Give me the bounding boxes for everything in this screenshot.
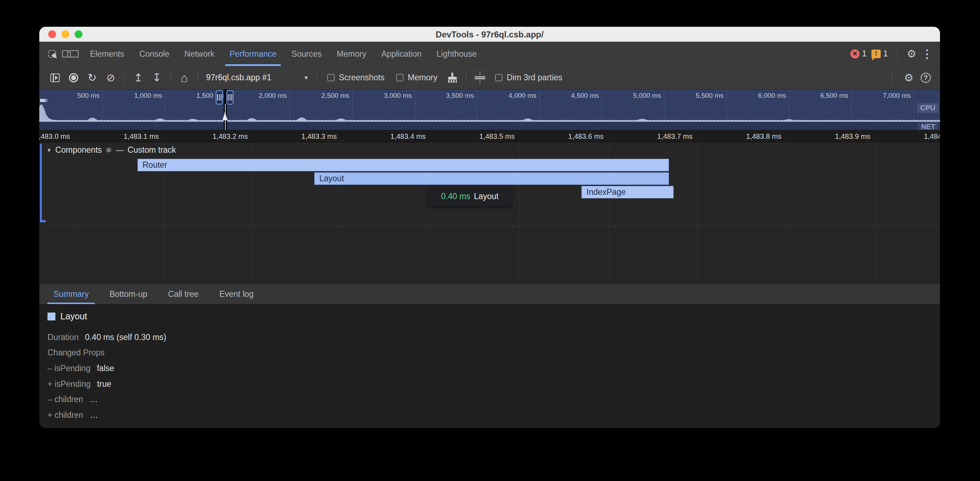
window-title: DevTools - 97r6ql.csb.app/ xyxy=(39,27,940,42)
titlebar: DevTools - 97r6ql.csb.app/ xyxy=(39,27,940,42)
checkbox-icon xyxy=(495,74,503,81)
summary-row: Changed Props xyxy=(48,348,111,357)
collapse-sections-icon[interactable]: ↓ ↑ xyxy=(471,69,489,86)
ruler-tick: 1,483.3 ms xyxy=(266,130,337,142)
home-icon[interactable]: ⌂ xyxy=(175,69,194,86)
clear-icon[interactable]: ⊘ xyxy=(102,69,120,86)
tab-console[interactable]: Console xyxy=(132,42,177,66)
divider xyxy=(124,72,125,84)
ruler-tick: 1,483.2 ms xyxy=(177,130,248,142)
ruler-tick: 1,483.7 ms xyxy=(621,130,692,142)
help-icon[interactable]: ? xyxy=(921,73,931,83)
ruler-tick: 1,483.5 ms xyxy=(443,130,515,142)
tab-network[interactable]: Network xyxy=(177,42,222,66)
divider xyxy=(170,72,171,84)
devtools-tabbar: Elements Console Network Performance Sou… xyxy=(39,42,940,66)
flame-bar-layout[interactable]: Layout xyxy=(314,172,669,185)
tab-application[interactable]: Application xyxy=(374,42,429,66)
track-title: Components xyxy=(56,145,102,155)
download-profile-icon[interactable]: ↧ xyxy=(148,69,166,86)
capture-settings-gear-icon[interactable]: ⚙ xyxy=(904,71,913,84)
tab-memory[interactable]: Memory xyxy=(329,42,374,66)
divider xyxy=(198,72,198,84)
zoom-window-left-grip[interactable] xyxy=(216,90,223,105)
track-bottom-divider xyxy=(39,226,940,226)
tab-lighthouse[interactable]: Lighthouse xyxy=(429,42,484,66)
tooltip-duration: 0.40 ms xyxy=(441,192,470,201)
selected-track-indicator xyxy=(40,144,42,222)
target-dropdown[interactable]: 97r6ql.csb.app #1 ▼ xyxy=(206,73,309,83)
flamechart-time-ruler[interactable]: 1,483.0 ms 1,483.1 ms 1,483.2 ms 1,483.3… xyxy=(39,130,940,142)
performance-toolbar: ↻ ⊘ ↥ ↧ ⌂ 97r6ql.csb.app #1 ▼ Screenshot… xyxy=(39,66,940,90)
memory-checkbox[interactable]: Memory xyxy=(396,73,438,83)
summary-row: + isPending true xyxy=(48,379,111,389)
chevron-down-icon: ▼ xyxy=(46,147,52,153)
record-and-reload-icon[interactable]: ↻ xyxy=(83,69,102,86)
collect-garbage-icon[interactable] xyxy=(443,69,462,86)
divider xyxy=(317,72,317,84)
flame-bar-router[interactable]: Router xyxy=(137,159,669,171)
zoom-window-right-grip[interactable] xyxy=(226,90,234,105)
tab-summary[interactable]: Summary xyxy=(54,284,89,304)
summary-event-title: Layout xyxy=(60,311,87,322)
device-toolbar-icon[interactable] xyxy=(59,47,73,61)
summary-row: – children … xyxy=(48,395,98,404)
details-tabbar: Summary Bottom-up Call tree Event log xyxy=(39,284,940,304)
ruler-tick: 1,483.8 ms xyxy=(710,130,781,142)
summary-row: Duration 0.40 ms (self 0.30 ms) xyxy=(48,333,166,342)
cpu-track-label: CPU xyxy=(917,103,939,113)
flame-bar-indexpage[interactable]: IndexPage xyxy=(581,186,674,198)
selection-center-line xyxy=(225,104,226,130)
ruler-tick: 1,483.4 ms xyxy=(354,130,426,142)
record-button[interactable] xyxy=(64,69,83,86)
tab-sources[interactable]: Sources xyxy=(284,42,329,66)
divider xyxy=(897,48,897,60)
react-atom-icon: ⚛ xyxy=(105,146,112,154)
issues-badge[interactable]: ! 1 xyxy=(872,49,888,59)
kebab-menu-icon[interactable]: ⋮ xyxy=(921,47,933,61)
summary-panel: Layout Duration 0.40 ms (self 0.30 ms) C… xyxy=(39,304,940,428)
network-overview-strip xyxy=(39,122,940,130)
devtools-window: DevTools - 97r6ql.csb.app/ Elements Cons… xyxy=(39,27,940,428)
net-track-label: NET xyxy=(918,122,939,130)
ruler-tick: 1,483.9 ms xyxy=(799,130,870,142)
track-dash: — xyxy=(116,145,124,155)
upload-profile-icon[interactable]: ↥ xyxy=(129,69,148,86)
settings-gear-icon[interactable]: ⚙ xyxy=(907,48,916,60)
divider xyxy=(892,72,892,84)
cpu-baseline xyxy=(39,120,940,121)
ruler-tick: 1,483.6 ms xyxy=(532,130,604,142)
track-subtitle: Custom track xyxy=(127,145,176,155)
issues-icon: ! xyxy=(872,49,881,58)
event-color-swatch xyxy=(48,313,56,321)
inspect-element-icon[interactable] xyxy=(45,47,59,61)
dim-3rd-parties-checkbox[interactable]: Dim 3rd parties xyxy=(495,73,563,83)
error-icon: ✕ xyxy=(850,49,860,59)
checkbox-icon xyxy=(327,74,335,81)
ruler-tick: 1,483.0 ms xyxy=(39,130,70,142)
ruler-tick: 1,484.0 ms xyxy=(888,130,940,142)
screenshots-checkbox[interactable]: Screenshots xyxy=(327,73,385,83)
custom-track-header[interactable]: ▼ Components ⚛ — Custom track xyxy=(46,145,176,155)
tab-elements[interactable]: Elements xyxy=(83,42,132,66)
summary-row: – isPending false xyxy=(48,364,114,373)
timeline-overview[interactable]: 500 ms 1,000 ms 1,500 ms 2,000 ms 2,500 … xyxy=(39,90,940,130)
toggle-sidebar-icon[interactable] xyxy=(46,69,64,86)
tooltip-label: Layout xyxy=(474,192,499,201)
tab-event-log[interactable]: Event log xyxy=(219,284,254,304)
tab-performance[interactable]: Performance xyxy=(222,42,284,66)
chevron-down-icon: ▼ xyxy=(304,75,309,81)
checkbox-icon xyxy=(396,74,404,81)
summary-row: + children … xyxy=(48,410,98,420)
ruler-tick: 1,483.1 ms xyxy=(88,130,159,142)
cpu-activity-chart xyxy=(39,90,940,122)
tab-bottom-up[interactable]: Bottom-up xyxy=(109,284,147,304)
target-dropdown-value: 97r6ql.csb.app #1 xyxy=(206,73,271,83)
console-errors-badge[interactable]: ✕ 1 xyxy=(850,49,867,59)
flamechart-panel[interactable]: ▼ Components ⚛ — Custom track Router Lay… xyxy=(39,142,940,284)
tab-call-tree[interactable]: Call tree xyxy=(168,284,199,304)
flame-tooltip: 0.40 ms Layout xyxy=(428,187,511,206)
divider xyxy=(466,72,466,84)
